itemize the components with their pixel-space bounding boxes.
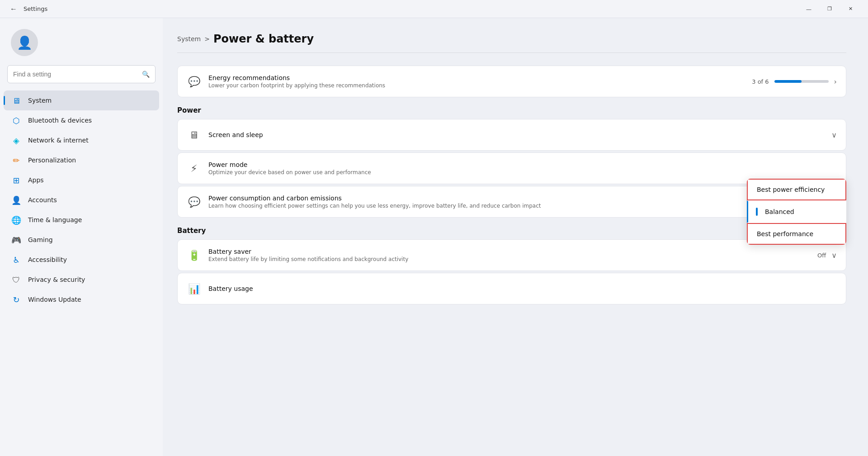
breadcrumb: System > Power & battery (177, 33, 846, 45)
back-button[interactable]: ← (7, 3, 20, 15)
energy-content: Energy recommendations Lower your carbon… (208, 74, 745, 89)
power-mode-title: Power mode (208, 161, 837, 168)
sidebar-item-accessibility[interactable]: ♿ Accessibility (4, 250, 159, 270)
system-icon: 🖥 (11, 95, 22, 106)
search-icon: 🔍 (142, 71, 150, 78)
page-title: Power & battery (213, 33, 314, 45)
dropdown-item-balanced[interactable]: Balanced (747, 200, 846, 223)
personalization-icon: ✏ (11, 155, 22, 166)
screen-sleep-title: Screen and sleep (208, 131, 824, 138)
sidebar-item-privacy[interactable]: 🛡 Privacy & security (4, 270, 159, 290)
energy-progress-text: 3 of 6 (752, 78, 769, 85)
energy-right: 3 of 6 › (752, 77, 837, 86)
apps-icon: ⊞ (11, 175, 22, 185)
battery-saver-right: Off ∨ (817, 251, 837, 260)
sidebar-item-label: Apps (28, 176, 44, 184)
maximize-button[interactable]: ❐ (819, 0, 840, 18)
battery-saver-icon: 🔋 (187, 248, 201, 262)
search-box: 🔍 (7, 65, 156, 83)
screen-sleep-card[interactable]: 🖥 Screen and sleep ∨ (177, 119, 846, 151)
time-icon: 🌐 (11, 214, 22, 225)
user-avatar-area: 👤 (0, 25, 163, 65)
selected-indicator (756, 208, 758, 216)
sidebar-item-label: Network & internet (28, 137, 89, 144)
accessibility-icon: ♿ (11, 254, 22, 265)
dropdown-item-label: Balanced (765, 208, 794, 215)
battery-saver-title: Battery saver (208, 248, 810, 255)
page-header: System > Power & battery (177, 33, 846, 53)
search-input[interactable] (13, 71, 138, 78)
energy-chevron: › (834, 77, 837, 86)
power-mode-card[interactable]: ⚡ Power mode Optimize your device based … (177, 152, 846, 184)
search-container: 🔍 (0, 65, 163, 90)
accounts-icon: 👤 (11, 195, 22, 205)
power-consumption-subtitle: Learn how choosing efficient power setti… (208, 203, 826, 209)
sidebar-item-update[interactable]: ↻ Windows Update (4, 290, 159, 309)
breadcrumb-parent[interactable]: System (177, 35, 201, 43)
power-consumption-card[interactable]: 💬 Power consumption and carbon emissions… (177, 186, 846, 218)
battery-usage-title: Battery usage (208, 285, 837, 292)
close-button[interactable]: ✕ (840, 0, 861, 18)
power-mode-dropdown: Best power efficiencyBalancedBest perfor… (747, 179, 846, 245)
battery-saver-chevron: ∨ (831, 251, 837, 260)
screen-sleep-right: ∨ (831, 131, 837, 139)
user-icon: 👤 (17, 35, 33, 50)
app-title: Settings (24, 5, 47, 12)
screen-sleep-content: Screen and sleep (208, 131, 824, 138)
energy-progress-bar (774, 80, 829, 83)
power-consumption-content: Power consumption and carbon emissions L… (208, 195, 826, 209)
dropdown-item-label: Best performance (757, 230, 813, 238)
battery-section-label: Battery (177, 227, 846, 235)
screen-sleep-icon: 🖥 (187, 128, 201, 142)
sidebar-item-network[interactable]: ◈ Network & internet (4, 130, 159, 150)
breadcrumb-sep: > (204, 35, 210, 43)
sidebar-item-label: Privacy & security (28, 276, 85, 283)
nav-list: 🖥 System ⬡ Bluetooth & devices ◈ Network… (0, 90, 163, 309)
sidebar-item-accounts[interactable]: 👤 Accounts (4, 190, 159, 210)
sidebar: 👤 🔍 🖥 System ⬡ Bluetooth & devices ◈ Net… (0, 18, 163, 456)
dropdown-item-best-perf[interactable]: Best performance (747, 223, 846, 245)
dropdown-item-best-power[interactable]: Best power efficiency (747, 179, 846, 200)
sidebar-item-label: Windows Update (28, 296, 81, 303)
sidebar-item-label: Bluetooth & devices (28, 117, 92, 124)
main-content: System > Power & battery 💬 Energy recomm… (163, 18, 868, 456)
energy-icon: 💬 (187, 74, 201, 89)
window-controls: — ❐ ✕ (798, 0, 861, 18)
power-mode-icon: ⚡ (187, 161, 201, 176)
sidebar-item-label: Accounts (28, 196, 57, 204)
energy-progress-fill (774, 80, 802, 83)
energy-title: Energy recommendations (208, 74, 745, 81)
power-section-label: Power (177, 106, 846, 114)
power-mode-content: Power mode Optimize your device based on… (208, 161, 837, 176)
sidebar-item-bluetooth[interactable]: ⬡ Bluetooth & devices (4, 110, 159, 130)
power-consumption-title: Power consumption and carbon emissions (208, 195, 826, 202)
battery-saver-status: Off (817, 252, 826, 259)
minimize-button[interactable]: — (798, 0, 819, 18)
network-icon: ◈ (11, 135, 22, 146)
sidebar-item-label: Personalization (28, 157, 76, 164)
avatar: 👤 (11, 29, 38, 56)
titlebar: ← Settings — ❐ ✕ (0, 0, 868, 18)
sidebar-item-time[interactable]: 🌐 Time & language (4, 210, 159, 230)
power-mode-subtitle: Optimize your device based on power use … (208, 169, 837, 176)
sidebar-item-system[interactable]: 🖥 System (4, 90, 159, 110)
battery-saver-content: Battery saver Extend battery life by lim… (208, 248, 810, 262)
dropdown-item-label: Best power efficiency (757, 186, 825, 193)
sidebar-item-label: System (28, 97, 52, 104)
energy-recommendations-card[interactable]: 💬 Energy recommendations Lower your carb… (177, 66, 846, 97)
energy-subtitle: Lower your carbon footprint by applying … (208, 82, 745, 89)
power-consumption-icon: 💬 (187, 195, 201, 209)
battery-saver-card[interactable]: 🔋 Battery saver Extend battery life by l… (177, 239, 846, 271)
sidebar-item-personalization[interactable]: ✏ Personalization (4, 150, 159, 170)
update-icon: ↻ (11, 294, 22, 305)
battery-usage-content: Battery usage (208, 285, 837, 292)
sidebar-item-gaming[interactable]: 🎮 Gaming (4, 230, 159, 250)
sidebar-item-apps[interactable]: ⊞ Apps (4, 170, 159, 190)
battery-saver-subtitle: Extend battery life by limiting some not… (208, 256, 810, 262)
battery-usage-card[interactable]: 📊 Battery usage (177, 273, 846, 304)
gaming-icon: 🎮 (11, 234, 22, 245)
sidebar-item-label: Accessibility (28, 256, 67, 263)
screen-sleep-chevron: ∨ (831, 131, 837, 139)
sidebar-item-label: Time & language (28, 216, 82, 223)
privacy-icon: 🛡 (11, 274, 22, 285)
